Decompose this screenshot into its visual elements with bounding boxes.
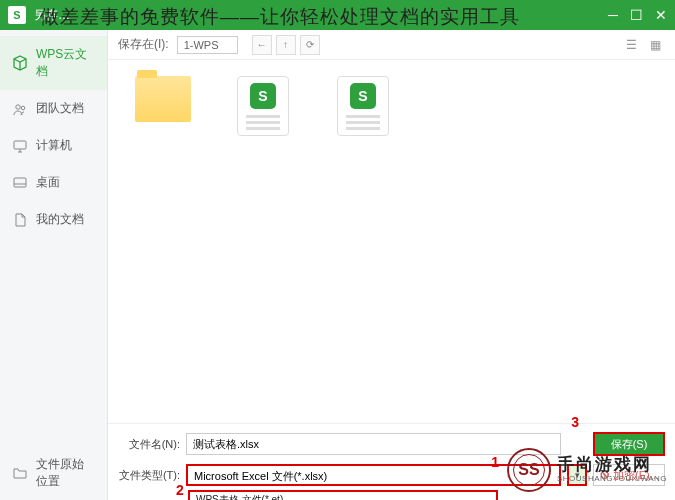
annotation-marker-3: 3	[571, 414, 579, 430]
sidebar-item-team[interactable]: 团队文档	[0, 90, 107, 127]
desktop-icon	[12, 175, 28, 191]
computer-icon	[12, 138, 28, 154]
folder-icon	[135, 76, 191, 122]
titlebar: S 另存… ─ ☐ ✕	[0, 0, 675, 30]
svg-point-0	[16, 104, 20, 108]
content-pane: 保存在(I): 1-WPS ← ↑ ⟳ ☰ ▦ S	[108, 30, 675, 500]
file-item-spreadsheet[interactable]: S	[228, 76, 298, 136]
sidebar-item-mydocs[interactable]: 我的文档	[0, 201, 107, 238]
file-item-spreadsheet[interactable]: S	[328, 76, 398, 136]
svg-rect-3	[14, 178, 26, 187]
spreadsheet-icon: S	[337, 76, 389, 136]
location-value: 1-WPS	[184, 39, 219, 51]
filename-input[interactable]	[186, 433, 561, 455]
filename-label: 文件名(N):	[118, 437, 180, 452]
nav-refresh-button[interactable]: ⟳	[300, 35, 320, 55]
watermark-logo-icon: SS	[507, 448, 551, 492]
sidebar: WPS云文档 团队文档 计算机 桌面 我的文档 文件原始位置	[0, 30, 108, 500]
watermark-subtitle: SHOUSHANGYOUXIWANG	[557, 475, 667, 484]
annotation-marker-1: 1	[491, 454, 499, 470]
sidebar-item-desktop[interactable]: 桌面	[0, 164, 107, 201]
file-browser[interactable]: S S	[108, 60, 675, 423]
file-item-folder[interactable]	[128, 76, 198, 122]
filetype-dropdown-list[interactable]: WPS表格 文件(*.et)WPS表格 模板文件(*.ett)Microsoft…	[188, 490, 498, 500]
sidebar-item-wps-cloud[interactable]: WPS云文档	[0, 36, 107, 90]
svg-rect-2	[14, 141, 26, 149]
sidebar-item-label: 计算机	[36, 137, 72, 154]
location-toolbar: 保存在(I): 1-WPS ← ↑ ⟳ ☰ ▦	[108, 30, 675, 60]
team-icon	[12, 101, 28, 117]
filetype-option[interactable]: WPS表格 文件(*.et)	[190, 492, 496, 500]
filetype-select[interactable]: Microsoft Excel 文件(*.xlsx)	[186, 464, 561, 486]
sidebar-item-original-location[interactable]: 文件原始位置	[0, 446, 107, 500]
location-label: 保存在(I):	[118, 36, 169, 53]
window-title: 另存…	[34, 7, 608, 24]
folder-icon	[12, 465, 28, 481]
svg-point-1	[21, 106, 25, 110]
nav-up-button[interactable]: ↑	[276, 35, 296, 55]
view-list-icon[interactable]: ☰	[621, 35, 641, 55]
annotation-marker-2: 2	[176, 482, 184, 498]
watermark: SS 手尚游戏网 SHOUSHANGYOUXIWANG	[507, 448, 667, 492]
sidebar-item-label: 我的文档	[36, 211, 84, 228]
spreadsheet-icon: S	[237, 76, 289, 136]
filetype-label: 文件类型(T):	[118, 468, 180, 483]
view-grid-icon[interactable]: ▦	[645, 35, 665, 55]
mydocs-icon	[12, 212, 28, 228]
sidebar-item-label: 文件原始位置	[36, 456, 95, 490]
minimize-button[interactable]: ─	[608, 7, 618, 23]
app-badge-icon: S	[8, 6, 26, 24]
sidebar-item-label: WPS云文档	[36, 46, 95, 80]
watermark-title: 手尚游戏网	[557, 456, 667, 475]
sidebar-item-label: 桌面	[36, 174, 60, 191]
sidebar-item-label: 团队文档	[36, 100, 84, 117]
maximize-button[interactable]: ☐	[630, 7, 643, 23]
sidebar-item-computer[interactable]: 计算机	[0, 127, 107, 164]
close-button[interactable]: ✕	[655, 7, 667, 23]
location-select[interactable]: 1-WPS	[177, 36, 238, 54]
cube-icon	[12, 55, 28, 71]
nav-back-button[interactable]: ←	[252, 35, 272, 55]
